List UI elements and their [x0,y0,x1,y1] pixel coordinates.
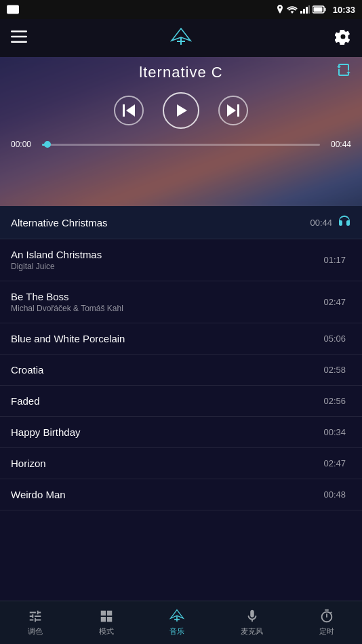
svg-rect-11 [123,104,125,117]
song-duration-4: 05:06 [323,334,346,344]
bottom-nav: 调色 模式 音乐 麦克风 定时 [0,601,362,644]
song-duration-1: 00:44 [310,218,332,228]
song-info-5: Croatia [11,364,323,376]
svg-rect-6 [313,7,322,12]
song-duration-3: 02:47 [323,297,346,307]
next-button[interactable] [218,96,248,125]
nav-item-timer[interactable]: 定时 [313,605,341,641]
svg-rect-3 [308,5,310,14]
svg-rect-0 [300,11,302,14]
song-artist-2: Digital Juice [11,262,323,271]
song-item-2[interactable]: An Island ChristmasDigital Juice01:17 [0,239,362,281]
mic-icon [245,609,260,624]
status-icons: 10:33 [276,5,355,15]
song-artist-3: Michal Dvořáček & Tomáš Kahl [11,304,323,313]
song-info-2: An Island ChristmasDigital Juice [11,249,323,271]
song-duration-9: 00:48 [323,489,346,500]
nav-item-mic[interactable]: 麦克风 [234,605,270,641]
player-controls [114,92,248,129]
svg-rect-9 [11,41,27,43]
top-bar [0,19,362,57]
music-icon [169,609,184,624]
play-button[interactable] [163,92,199,129]
svg-point-10 [341,35,345,39]
progress-fill [42,144,47,146]
current-time: 00:00 [11,140,35,149]
song-name-4: Blue and White Porcelain [11,333,323,344]
svg-rect-12 [237,104,239,117]
menu-button[interactable] [11,31,27,45]
song-name-9: Weirdo Man [11,489,323,500]
song-item-8[interactable]: Horizon02:47 [0,448,362,479]
song-info-4: Blue and White Porcelain [11,333,323,344]
song-info-8: Horizon [11,458,323,469]
timer-icon [319,609,334,624]
nav-label-mic: 麦克风 [241,626,263,637]
song-name-8: Horizon [11,458,323,469]
status-left-icon [7,5,19,14]
wifi-icon [287,5,298,14]
song-item-1[interactable]: Alternative Christmas00:44 [0,206,362,239]
adjust-icon [28,609,43,624]
svg-rect-7 [11,31,27,33]
song-item-4[interactable]: Blue and White Porcelain05:06 [0,323,362,355]
signal-icon [300,5,310,14]
player-title: lternative C [139,64,222,81]
svg-rect-8 [11,36,27,38]
nav-item-music[interactable]: 音乐 [163,605,191,641]
player-area: lternative C [0,57,362,206]
song-name-2: An Island Christmas [11,249,323,260]
song-info-1: Alternative Christmas [11,217,310,228]
app-logo [170,27,192,49]
status-bar: 10:33 [0,0,362,19]
song-list: Alternative Christmas00:44 An Island Chr… [0,206,362,601]
total-time: 00:44 [327,140,351,149]
battery-icon [313,5,326,14]
song-name-7: Happy Birthday [11,426,323,438]
progress-area: 00:00 00:44 [0,140,362,149]
nav-item-adjust[interactable]: 调色 [21,605,49,641]
song-duration-8: 02:47 [323,458,346,468]
song-item-3[interactable]: Be The BossMichal Dvořáček & Tomáš Kahl0… [0,281,362,323]
nav-label-mode: 模式 [99,626,114,637]
nav-label-adjust: 调色 [28,626,43,637]
svg-rect-2 [306,7,308,14]
progress-thumb [44,141,51,148]
song-duration-7: 00:34 [323,427,346,437]
progress-bar[interactable] [42,144,320,146]
song-name-6: Faded [11,395,323,407]
mode-icon [99,609,114,624]
status-time: 10:33 [333,5,355,15]
settings-button[interactable] [335,28,351,47]
song-duration-5: 02:58 [323,365,346,375]
nav-item-mode[interactable]: 模式 [92,605,121,641]
svg-rect-5 [324,8,325,12]
song-info-7: Happy Birthday [11,426,323,438]
song-name-1: Alternative Christmas [11,217,310,228]
nav-label-timer: 定时 [319,626,334,637]
song-name-3: Be The Boss [11,291,323,302]
song-item-5[interactable]: Croatia02:58 [0,355,362,386]
song-name-5: Croatia [11,364,323,376]
song-duration-2: 01:17 [323,255,346,265]
player-content: lternative C [0,57,362,149]
nav-label-music: 音乐 [169,626,184,637]
svg-rect-1 [303,9,305,14]
location-icon [276,5,284,14]
song-item-9[interactable]: Weirdo Man00:48 [0,479,362,510]
song-info-6: Faded [11,395,323,407]
repeat-button[interactable] [336,64,351,79]
song-duration-6: 02:56 [323,396,346,406]
song-item-6[interactable]: Faded02:56 [0,386,362,417]
song-info-3: Be The BossMichal Dvořáček & Tomáš Kahl [11,291,323,313]
song-info-9: Weirdo Man [11,489,323,500]
prev-button[interactable] [114,96,144,125]
song-active-icon [338,216,351,229]
song-item-7[interactable]: Happy Birthday00:34 [0,417,362,448]
main-content: lternative C [0,57,362,601]
